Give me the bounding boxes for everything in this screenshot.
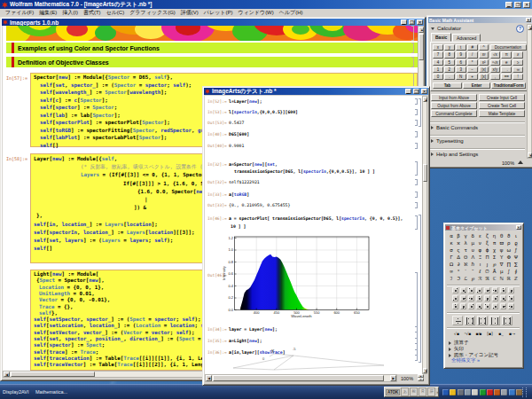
- cell-bracket[interactable]: [415, 326, 418, 332]
- code-line[interactable]: l[spectorIn,{0,0,0.5}][600]: [229, 110, 298, 115]
- tray-icon-3[interactable]: [465, 389, 471, 395]
- char-button[interactable]: ″: [469, 269, 476, 275]
- code-line[interactable]: Layers = (If[#[[3]] <= 0, {1, 1, Spector…: [81, 172, 217, 178]
- scrollbar-thumb[interactable]: [213, 375, 384, 381]
- code-line[interactable]: a=Spector[new][set,: [229, 162, 278, 168]
- back-minimize-button[interactable]: ▁: [401, 20, 407, 25]
- key-_[interactable]: .: [444, 74, 455, 80]
- cell-bracket[interactable]: [415, 161, 418, 176]
- code-line[interactable]: self[setLocation, location_] := (Locatio…: [34, 323, 219, 329]
- char-button[interactable]: ϰ: [455, 240, 462, 246]
- char-button[interactable]: ψ: [498, 247, 505, 254]
- menu-item[interactable]: 評価(V): [178, 9, 201, 17]
- template-button[interactable]: [492, 295, 498, 301]
- key-_[interactable]: →: [501, 66, 512, 73]
- key-N[interactable]: N: [456, 74, 466, 80]
- char-button[interactable]: α: [448, 233, 455, 239]
- template-button[interactable]: [508, 303, 514, 309]
- key-_x_[interactable]: [x]: [479, 74, 489, 80]
- char-button[interactable]: ℜ: [484, 276, 491, 282]
- code-line[interactable]: transmissionSpector[D65, l[spectorIn,{0,…: [234, 169, 375, 175]
- front-vertical-scrollbar[interactable]: ▲ ▼: [422, 96, 427, 374]
- template-button[interactable]: [476, 295, 482, 301]
- char-button[interactable]: ω: [505, 247, 512, 254]
- char-button[interactable]: φ: [476, 247, 483, 254]
- help-icon[interactable]: ?: [516, 25, 524, 33]
- key-_[interactable]: ∞: [512, 66, 523, 73]
- char-button[interactable]: ℓ: [476, 269, 483, 275]
- char-button[interactable]: ȷ: [484, 262, 491, 268]
- code-line[interactable]: self[spector] := Spector;: [40, 105, 117, 111]
- template-button[interactable]: [500, 303, 506, 309]
- code-line[interactable]: self[set, spector_] := (Spector = specto…: [40, 82, 192, 89]
- palette-title-bar[interactable]: Basic Math Assistant ✕: [428, 17, 532, 23]
- char-button[interactable]: γ: [462, 233, 469, 239]
- menu-item[interactable]: ウィンドウ(W): [235, 9, 276, 17]
- make-template-button[interactable]: Make Template: [479, 110, 525, 117]
- code-line[interactable]: self[]: [34, 246, 52, 252]
- char-button[interactable]: ℘: [469, 276, 476, 282]
- char-button[interactable]: ϱ: [512, 240, 520, 246]
- char-button[interactable]: Ψ: [512, 254, 520, 261]
- template-button[interactable]: [476, 287, 482, 293]
- code-line[interactable]: self[c] := c[Spector];: [40, 98, 108, 104]
- key-_[interactable]: #: [467, 44, 478, 51]
- char-button[interactable]: Π: [484, 254, 491, 261]
- taskbar-item-display2avi[interactable]: Display2AVI: [3, 389, 29, 395]
- key-tab[interactable]: Tab: [433, 82, 462, 89]
- code-line[interactable]: Light[new] := Module[: [34, 271, 98, 278]
- code-line[interactable]: Layer[new] := Module[{self,: [34, 156, 117, 162]
- cell-bracket[interactable]: [415, 192, 418, 198]
- tray-icon-1[interactable]: [450, 389, 456, 395]
- key-_[interactable]: ≠: [512, 51, 523, 58]
- palette-title-bar[interactable]: 基本タイプセット ✕: [445, 224, 522, 231]
- palette-magnification[interactable]: 100%: [502, 160, 514, 166]
- key-__[interactable]: ==: [501, 74, 512, 80]
- code-line[interactable]: 0.5437: [229, 121, 244, 126]
- cell-bracket[interactable]: [411, 43, 414, 53]
- char-button[interactable]: ℐ: [448, 276, 455, 282]
- key-__x[interactable]: ⁿ√x: [490, 59, 501, 66]
- char-button[interactable]: θ: [498, 233, 505, 239]
- char-button[interactable]: ζ: [484, 233, 491, 239]
- code-line[interactable]: self[lab] := lab[Spector];: [40, 113, 121, 119]
- matrix-template-button[interactable]: [452, 316, 463, 325]
- key-_[interactable]: +: [467, 74, 478, 80]
- key-6[interactable]: 6: [456, 59, 466, 66]
- char-button[interactable]: ℤ: [512, 276, 520, 282]
- tray-icon-4[interactable]: [472, 389, 478, 395]
- char-button[interactable]: σ: [448, 247, 455, 254]
- scroll-up-arrow[interactable]: ▲: [528, 25, 532, 30]
- template-button[interactable]: [460, 295, 466, 301]
- scroll-up-arrow[interactable]: ▲: [419, 27, 424, 33]
- key-2[interactable]: 2: [444, 66, 455, 73]
- radical-template-button[interactable]: [▪]: [485, 331, 496, 338]
- char-button[interactable]: Φ: [505, 254, 512, 261]
- char-button[interactable]: ∏: [505, 262, 512, 268]
- input-from-above-button[interactable]: Input from Above: [431, 94, 477, 101]
- code-line[interactable]: Location = {0, 0, 1},: [39, 285, 104, 291]
- code-line[interactable]: ]) &: [134, 205, 146, 211]
- char-button[interactable]: ϑ: [505, 233, 512, 239]
- code-line[interactable]: self[toRGB] := spectorFitting[Spector, r…: [40, 128, 229, 134]
- char-button[interactable]: ξ: [484, 240, 491, 246]
- code-line[interactable]: {0., 0.210959, 0.675455}: [229, 203, 290, 208]
- template-button[interactable]: [468, 303, 474, 309]
- radical-template-button[interactable]: ▪_: [496, 331, 506, 338]
- radical-template-button[interactable]: √▪: [451, 331, 462, 338]
- section-help-and-settings[interactable]: Help and Settings: [431, 152, 478, 157]
- section-1[interactable]: 矢印: [449, 346, 464, 352]
- template-button[interactable]: [468, 287, 474, 293]
- char-button[interactable]: ∂: [455, 262, 462, 268]
- char-button[interactable]: δ: [469, 233, 476, 239]
- code-line[interactable]: 0.9001: [229, 144, 244, 149]
- radical-template-button[interactable]: ▪⁄▪: [473, 331, 484, 338]
- tray-icon-10[interactable]: [516, 389, 522, 395]
- key-_[interactable]: ≥: [512, 59, 523, 66]
- code-line[interactable]: self[setSpector, spector_] := (Spect = s…: [34, 317, 201, 323]
- char-button[interactable]: Ξ: [476, 254, 483, 261]
- section-0[interactable]: 演算子: [449, 340, 469, 346]
- template-button[interactable]: [452, 287, 458, 293]
- key-x_[interactable]: xʸ: [479, 51, 489, 58]
- cell-bracket[interactable]: [415, 338, 418, 344]
